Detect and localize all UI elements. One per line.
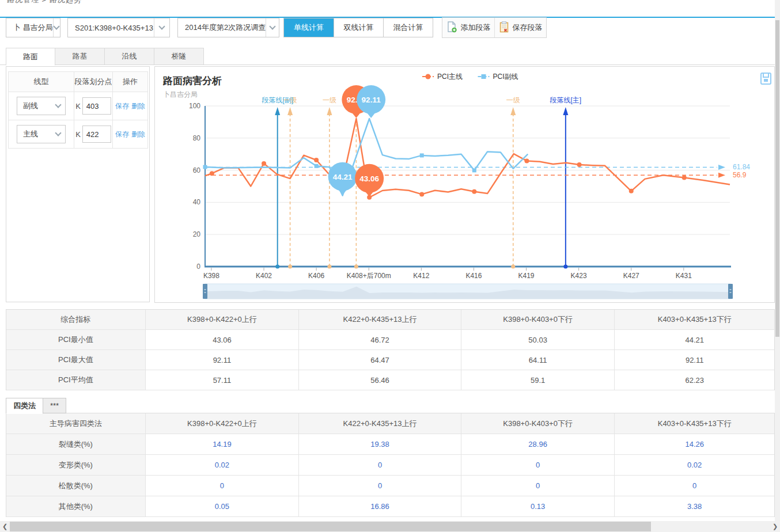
data-point-marker	[210, 171, 214, 176]
table-header-cell: K398+0-K422+0上行	[146, 310, 300, 329]
chevron-down-icon[interactable]	[266, 18, 279, 37]
linetype-select-value: 副线	[17, 101, 56, 111]
pci-line-chart: 路面病害分析卜昌吉分局PCI主线PCI副线02040608010056.961.…	[155, 67, 774, 302]
data-point-marker	[629, 189, 634, 193]
table-row-label: PCI最小值	[6, 330, 146, 349]
table-value-cell: 46.72	[299, 330, 461, 349]
x-axis-tick-label: K427	[623, 272, 639, 280]
survey-select[interactable]: 2014年度第2次路况调查	[177, 18, 279, 37]
table-header-cell: 主导病害四类法	[6, 413, 146, 434]
delete-link[interactable]: 删除	[131, 101, 145, 111]
tab-asterisks[interactable]: ***	[43, 398, 66, 413]
table-header-cell: K398+0-K403+0下行	[461, 413, 615, 434]
table-row: PCI最大值92.1164.4764.1192.11	[6, 350, 774, 370]
average-line-arrow	[718, 165, 725, 170]
legend-item-aux[interactable]: PCI副线	[493, 73, 518, 81]
table-row: 变形类(%)0.02000.02	[6, 455, 774, 476]
segment-col-point: 段落划分点	[74, 72, 112, 92]
table-header-row: 综合指标K398+0-K422+0上行K422+0-K435+13上行K398+…	[6, 310, 774, 330]
mark-line-arrow	[275, 107, 280, 115]
double-line-calc-button[interactable]: 双线计算	[334, 18, 383, 37]
data-point-marker	[314, 158, 319, 162]
tab-subgrade[interactable]: 路基	[55, 48, 105, 65]
segment-divider-panel: 线型 段落划分点 操作 副线 K 保存 删除	[6, 66, 150, 302]
add-paragraph-button[interactable]: 添加段落	[442, 18, 494, 37]
route-select[interactable]: S201:K398+0-K435+13	[67, 18, 170, 37]
data-point-marker	[524, 158, 529, 163]
mixed-calc-button[interactable]: 混合计算	[383, 18, 433, 37]
divider-point-input[interactable]	[82, 126, 111, 143]
value-pin-label: 44.21	[333, 173, 353, 181]
chevron-down-icon[interactable]	[53, 18, 60, 37]
save-paragraph-button[interactable]: 保存段落	[494, 18, 546, 37]
table-value-cell: 57.11	[146, 370, 300, 390]
vertical-scrollbar-thumb[interactable]	[775, 20, 779, 337]
tab-four-class-method[interactable]: 四类法	[6, 398, 43, 414]
table-value-cell: 0	[299, 476, 461, 496]
save-link[interactable]: 保存	[115, 130, 129, 139]
tab-pavement[interactable]: 路面	[6, 48, 55, 66]
data-point-marker	[472, 168, 476, 172]
table-row: 裂缝类(%)14.1919.3828.9614.26	[6, 434, 774, 455]
mark-line-arrow	[287, 107, 293, 115]
save-image-icon-part	[764, 79, 768, 82]
horizontal-scrollbar-thumb[interactable]	[10, 522, 651, 531]
table-value-cell: 0	[299, 455, 461, 475]
chart-title: 路面病害分析	[162, 75, 222, 86]
branch-select[interactable]: 卜 昌吉分局	[6, 18, 60, 37]
segment-table-header: 线型 段落划分点 操作	[9, 72, 147, 92]
chevron-down-icon	[55, 130, 61, 136]
x-axis-tick-label: K431	[676, 272, 692, 280]
horizontal-scrollbar[interactable]: ❮ ❯	[0, 521, 780, 532]
datazoom-handle[interactable]	[203, 284, 207, 299]
breadcrumb: 路况管理 > 路况趋势	[7, 0, 82, 5]
datazoom-handle[interactable]	[728, 284, 733, 299]
table-value-cell: 59.1	[461, 370, 615, 390]
y-axis-tick-label: 20	[193, 230, 201, 238]
data-point-marker	[315, 164, 319, 168]
legend-item-main[interactable]: PCI主线	[437, 73, 463, 81]
linetype-select[interactable]: 主线	[17, 125, 66, 143]
mark-line-arrow	[510, 107, 516, 115]
table-value-cell: 43.06	[146, 330, 300, 349]
save-link[interactable]: 保存	[115, 101, 129, 111]
segment-table: 线型 段落划分点 操作 副线 K 保存 删除	[8, 71, 148, 149]
delete-link[interactable]: 删除	[131, 130, 145, 139]
table-value-cell: 56.46	[299, 370, 461, 390]
linetype-select[interactable]: 副线	[17, 97, 66, 115]
value-pin-label: 43.06	[359, 174, 379, 183]
data-point-marker	[420, 153, 424, 157]
y-axis-tick-label: 100	[189, 102, 200, 110]
table-value-cell: 14.26	[615, 434, 774, 454]
main-tab-bar: 路面 路基 沿线 桥隧	[6, 48, 204, 65]
data-point-marker	[682, 175, 687, 180]
table-row: PCI平均值57.1156.4659.162.23	[6, 370, 774, 390]
table-row-label: PCI最大值	[6, 350, 146, 370]
survey-select-value: 2014年度第2次路况调查	[178, 22, 266, 33]
table-row: 松散类(%)0000	[6, 476, 774, 496]
paragraph-action-group: 添加段落 保存段落	[442, 17, 547, 38]
axis-divider-dot	[511, 265, 515, 269]
save-image-icon-part	[763, 73, 768, 77]
divider-point-input[interactable]	[82, 97, 111, 115]
table-value-cell: 0.02	[146, 455, 300, 475]
table-value-cell: 92.11	[146, 350, 300, 370]
chevron-down-icon[interactable]	[154, 18, 169, 37]
axis-divider-dot	[563, 265, 567, 269]
tab-bridge-tunnel[interactable]: 桥隧	[154, 48, 204, 65]
vertical-scrollbar[interactable]	[775, 0, 780, 521]
table-value-cell: 19.38	[299, 434, 461, 454]
save-paragraph-icon	[499, 21, 509, 35]
mark-line-arrow	[563, 107, 568, 115]
table-header-cell: K398+0-K422+0上行	[146, 413, 300, 434]
scroll-left-arrow-icon[interactable]: ❮	[0, 523, 10, 530]
x-axis-tick-label: K406	[308, 272, 324, 280]
table-value-cell: 50.03	[461, 330, 615, 349]
tab-roadside[interactable]: 沿线	[105, 48, 154, 65]
table-header-cell: K398+0-K403+0下行	[461, 310, 615, 329]
save-image-icon[interactable]	[761, 73, 771, 84]
scroll-right-arrow-icon[interactable]: ❯	[770, 523, 780, 530]
x-axis-tick-label: K419	[518, 272, 535, 280]
table-value-cell: 28.96	[461, 434, 615, 454]
single-line-calc-button[interactable]: 单线计算	[284, 18, 334, 37]
